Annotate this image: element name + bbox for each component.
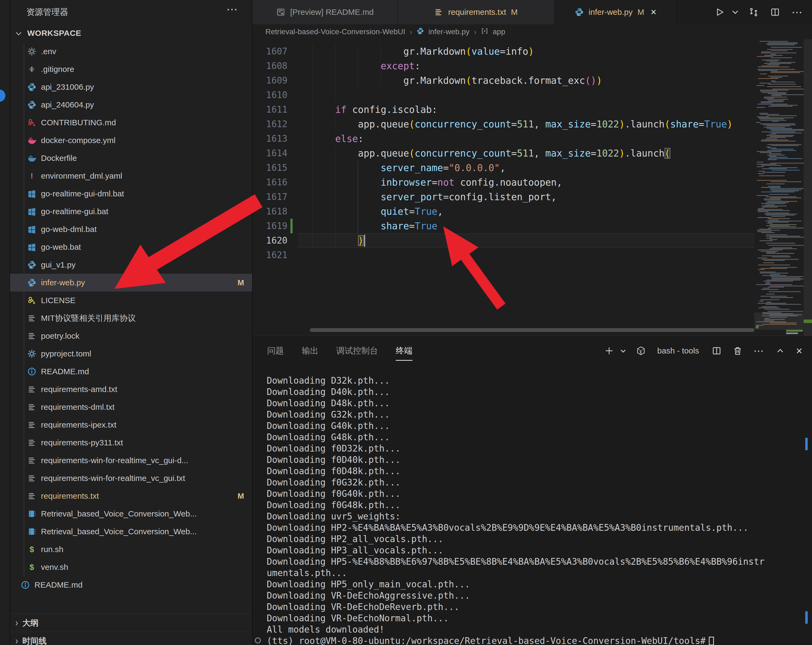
- file-item-go-realtime-gui.bat[interactable]: go-realtime-gui.bat: [10, 203, 252, 220]
- code-line-1616[interactable]: 1616 inbrowser=not config.noautoopen,: [252, 175, 812, 190]
- code-line-1619[interactable]: 1619 share=True: [252, 219, 812, 233]
- panel-tab-问题[interactable]: 问题: [267, 345, 284, 356]
- code-line-1612[interactable]: 1612 app.queue(concurrency_count=511, ma…: [252, 117, 812, 131]
- close-icon[interactable]: ×: [651, 8, 656, 16]
- vertical-scrollbar[interactable]: [804, 39, 812, 336]
- chevron-down-icon[interactable]: [618, 346, 625, 356]
- file-item-go-realtime-gui-dml.bat[interactable]: go-realtime-gui-dml.bat: [10, 185, 252, 203]
- minimap-line: [763, 263, 774, 263]
- minimap[interactable]: [754, 39, 804, 336]
- plus-icon[interactable]: [604, 346, 614, 356]
- minimap-line: [766, 212, 789, 213]
- breadcrumb-item-project[interactable]: Retrieval-based-Voice-Conversion-WebUI: [266, 28, 405, 36]
- file-item-README.md[interactable]: README.md: [10, 576, 252, 594]
- line-number: 1609: [258, 73, 287, 88]
- timeline-section[interactable]: › 时间线: [10, 632, 252, 645]
- breadcrumb-item-file[interactable]: infer-web.py: [428, 28, 470, 36]
- outline-section[interactable]: › 大纲: [10, 614, 252, 632]
- horizontal-scrollbar[interactable]: [310, 328, 754, 332]
- file-item-requirements-win-for-realtime_vc_gui.txt[interactable]: requirements-win-for-realtime_vc_gui.txt: [10, 469, 252, 487]
- file-item-Retrieval_based_Voice_Conversion_Web...[interactable]: Retrieval_based_Voice_Conversion_Web...: [10, 523, 252, 541]
- file-item-requirements-dml.txt[interactable]: requirements-dml.txt: [10, 398, 252, 416]
- file-item-.gitignore[interactable]: .gitignore: [10, 60, 252, 78]
- file-item-requirements-ipex.txt[interactable]: requirements-ipex.txt: [10, 416, 252, 434]
- chevron-down-icon[interactable]: [730, 7, 737, 17]
- minimap-line: [765, 205, 775, 205]
- file-item-requirements-py311.txt[interactable]: requirements-py311.txt: [10, 434, 252, 452]
- code-line-1608[interactable]: 1608 except:: [252, 59, 812, 73]
- file-item-requirements-amd.txt[interactable]: requirements-amd.txt: [10, 381, 252, 398]
- terminal-output[interactable]: Downloading D32k.pth...Downloading D40k.…: [267, 375, 801, 645]
- close-icon[interactable]: ×: [796, 345, 802, 357]
- code-editor[interactable]: 1607 gr.Markdown(value=info)1608 except:…: [252, 39, 812, 336]
- code-line-1617[interactable]: 1617 server_port=config.listen_port,: [252, 190, 812, 204]
- svg-text:$: $: [639, 350, 641, 354]
- workspace-section-label: WORKSPACE: [27, 29, 81, 38]
- code-line-1613[interactable]: 1613 else:: [252, 131, 812, 146]
- file-item-CONTRIBUTING.md[interactable]: CONTRIBUTING.md: [10, 114, 252, 131]
- file-item-infer-web.py[interactable]: infer-web.pyM: [10, 274, 252, 292]
- minimap-line: [757, 209, 783, 210]
- run-icon[interactable]: [714, 7, 725, 17]
- more-icon[interactable]: ⋯: [792, 6, 803, 18]
- file-label: go-web-dml.bat: [41, 225, 97, 234]
- minimap-line: [757, 104, 788, 104]
- file-item-.env[interactable]: .env: [10, 43, 252, 60]
- file-item-docker-compose.yml[interactable]: docker-compose.yml: [10, 131, 252, 149]
- code-line-1614[interactable]: 1614 app.queue(concurrency_count=511, ma…: [252, 146, 812, 160]
- file-item-pyproject.toml[interactable]: pyproject.toml: [10, 345, 252, 363]
- file-item-venv.sh[interactable]: $venv.sh: [10, 558, 252, 576]
- file-item-Dockerfile[interactable]: Dockerfile: [10, 149, 252, 167]
- more-icon[interactable]: ⋯: [754, 345, 764, 357]
- chevron-up-icon[interactable]: [775, 346, 785, 356]
- tab--Preview-README.md[interactable]: [Preview] README.md: [252, 0, 398, 24]
- code-line-1618[interactable]: 1618 quiet=True,: [252, 204, 812, 219]
- explorer-more-icon[interactable]: ⋯: [226, 3, 238, 16]
- file-item-gui_v1.py[interactable]: gui_v1.py: [10, 256, 252, 274]
- file-item-README.md[interactable]: README.md: [10, 363, 252, 381]
- terminal-line: Downloading D40k.pth...: [267, 386, 801, 398]
- code-line-1610[interactable]: 1610: [252, 88, 812, 102]
- terminal-session-label[interactable]: bash - tools: [657, 346, 699, 355]
- code-line-1620[interactable]: 1620 ): [252, 233, 812, 248]
- minimap-line: [765, 139, 777, 139]
- tab-requirements.txt[interactable]: requirements.txtM: [398, 0, 554, 24]
- file-item-MIT-[interactable]: MIT协议暨相关引用库协议: [10, 309, 252, 327]
- code-line-1607[interactable]: 1607 gr.Markdown(value=info): [252, 44, 812, 59]
- file-item-run.sh[interactable]: $run.sh: [10, 541, 252, 558]
- file-item-Retrieval_based_Voice_Conversion_Web...[interactable]: Retrieval_based_Voice_Conversion_Web...: [10, 505, 252, 523]
- file-item-requirements-win-for-realtime_vc_gui-d...[interactable]: requirements-win-for-realtime_vc_gui-d..…: [10, 452, 252, 469]
- code-line-1621[interactable]: 1621: [252, 248, 812, 263]
- file-item-requirements.txt[interactable]: requirements.txtM: [10, 487, 252, 505]
- file-item-LICENSE[interactable]: LICENSE: [10, 292, 252, 309]
- code-line-1609[interactable]: 1609 gr.Markdown(traceback.format_exc()): [252, 73, 812, 88]
- code-line-1615[interactable]: 1615 server_name="0.0.0.0",: [252, 160, 812, 175]
- panel-tab-输出[interactable]: 输出: [302, 345, 319, 356]
- minimap-line: [757, 195, 769, 196]
- tab-infer-web.py[interactable]: infer-web.pyM×: [554, 0, 677, 24]
- minimap-line: [767, 86, 801, 87]
- file-label: environment_dml.yaml: [41, 171, 122, 180]
- panel-tab-终端[interactable]: 终端: [396, 345, 412, 356]
- breadcrumb-item-symbol[interactable]: app: [493, 28, 505, 36]
- file-item-poetry.lock[interactable]: poetry.lock: [10, 327, 252, 345]
- file-item-environment_dml.yaml[interactable]: !environment_dml.yaml: [10, 167, 252, 185]
- panel-tab-调试控制台[interactable]: 调试控制台: [336, 345, 378, 356]
- indent-guide: [358, 44, 358, 88]
- split-editor-icon[interactable]: [770, 7, 780, 17]
- trash-icon[interactable]: [733, 346, 743, 356]
- open-changes-icon[interactable]: [748, 7, 759, 17]
- terminal-prompt[interactable]: (tts) root@VM-0-80-ubuntu:/workspace/Ret…: [267, 635, 801, 645]
- file-item-api_240604.py[interactable]: api_240604.py: [10, 96, 252, 114]
- split-icon[interactable]: [711, 346, 722, 356]
- file-label: LICENSE: [41, 296, 75, 305]
- minimap-line: [762, 275, 786, 276]
- minimap-line: [769, 248, 797, 249]
- file-item-go-web-dml.bat[interactable]: go-web-dml.bat: [10, 220, 252, 238]
- file-item-api_231006.py[interactable]: api_231006.py: [10, 78, 252, 96]
- symbol-variable-icon: [481, 27, 488, 37]
- code-line-1611[interactable]: 1611 if config.iscolab:: [252, 102, 812, 117]
- minimap-line: [760, 299, 779, 300]
- file-item-go-web.bat[interactable]: go-web.bat: [10, 238, 252, 256]
- workspace-section-header[interactable]: WORKSPACE: [10, 24, 252, 43]
